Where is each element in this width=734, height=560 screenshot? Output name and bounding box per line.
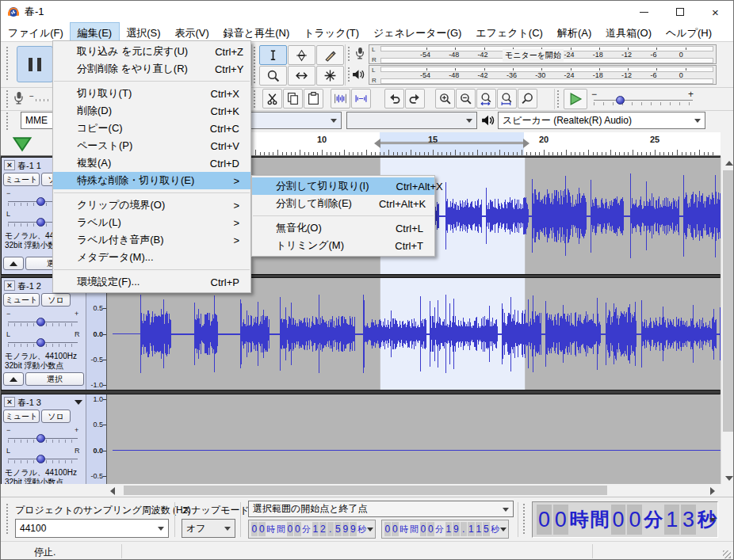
submenu-item-silence-audio[interactable]: 無音化(O)Ctrl+L [252, 219, 434, 237]
silence-audio-button[interactable] [351, 89, 371, 109]
gain-slider-thumb[interactable] [36, 197, 45, 206]
solo-button[interactable]: ソロ [41, 410, 71, 423]
menu-item-paste[interactable]: ペースト(P)Ctrl+V [53, 137, 250, 154]
draw-tool-button[interactable] [316, 45, 344, 65]
collapse-track-button[interactable] [3, 372, 24, 386]
scroll-up-icon[interactable] [725, 161, 733, 166]
menubar-item-edit[interactable]: 編集(E) [71, 23, 119, 41]
project-rate-select[interactable]: 44100 [15, 519, 169, 538]
pan-slider-thumb[interactable] [36, 455, 45, 463]
envelope-tool-button[interactable] [288, 45, 315, 65]
menubar-item-generate[interactable]: ジェネレーター(G) [366, 23, 468, 41]
zoom-out-button[interactable] [456, 89, 476, 109]
submenu-item-split-cut[interactable]: 分割して切り取り(I)Ctrl+Alt+X [252, 177, 434, 195]
timeline-pin-icon[interactable] [12, 135, 32, 153]
trim-audio-button[interactable] [331, 89, 350, 109]
recording-meter[interactable]: LR-54-48-42-36-30-24-18-12-60モニターを開始 [369, 44, 717, 64]
menu-item-remove-special[interactable]: 特殊な削除・切り取り(E)> [53, 172, 250, 189]
scroll-down-icon[interactable] [725, 476, 733, 481]
menu-item-copy[interactable]: コピー(C)Ctrl+C [53, 120, 250, 137]
tools-toolbar-grip[interactable] [254, 47, 255, 83]
snap-mode-select[interactable]: オフ [182, 519, 235, 538]
playback-meter[interactable]: LR-54-48-42-36-30-24-18-12-60 [369, 65, 717, 85]
menu-item-clip-boundaries[interactable]: クリップの境界(O)> [53, 196, 250, 214]
selection-toolbar-grip[interactable] [6, 504, 8, 535]
selection-start-field[interactable]: 00時間00分12.599秒 [248, 520, 376, 539]
menubar-item-view[interactable]: 表示(V) [168, 23, 216, 41]
playback-device-select[interactable]: スピーカー (Realtek(R) Audio) [498, 112, 705, 129]
collapse-track-button[interactable] [3, 257, 24, 270]
playback-meter-grip[interactable] [348, 67, 350, 83]
menu-item-preferences[interactable]: 環境設定(F)...Ctrl+P [53, 273, 250, 291]
menubar-item-transport[interactable]: 録音と再生(N) [216, 23, 296, 41]
quick-play-bar[interactable] [380, 142, 524, 144]
gain-slider-thumb[interactable] [36, 434, 45, 443]
recording-volume-grip[interactable] [6, 90, 8, 108]
maximize-button[interactable] [662, 1, 698, 23]
menu-item-undo[interactable]: 取り込み を元に戻す(U)Ctrl+Z [53, 43, 250, 60]
selection-tool-button[interactable] [259, 45, 287, 65]
menubar-item-effect[interactable]: エフェクト(C) [468, 23, 550, 41]
zoom-selection-button[interactable] [476, 89, 496, 109]
multi-tool-button[interactable] [316, 66, 344, 86]
pan-slider-thumb[interactable] [36, 338, 45, 347]
waveform-area[interactable] [107, 394, 721, 484]
mute-button[interactable]: ミュート [3, 293, 40, 307]
transport-toolbar-grip[interactable] [6, 47, 8, 82]
scroll-right-icon[interactable] [710, 487, 715, 495]
horizontal-scrollbar-thumb[interactable] [124, 486, 607, 495]
menubar-item-tracks[interactable]: トラック(T) [296, 23, 366, 41]
mute-button[interactable]: ミュート [3, 173, 40, 186]
speed-slider-thumb[interactable] [616, 96, 625, 105]
close-button[interactable]: × [698, 1, 733, 23]
close-track-button[interactable]: × [4, 160, 15, 170]
vertical-scale-ruler[interactable]: 1.00.50.0-0.5-1.0 [86, 278, 107, 390]
menu-item-labels[interactable]: ラベル(L)> [53, 214, 250, 231]
copy-button[interactable] [283, 89, 303, 109]
track-menu-arrow-icon[interactable] [75, 400, 82, 405]
resize-grip[interactable] [723, 550, 731, 558]
menubar-item-select[interactable]: 選択(S) [119, 23, 167, 41]
recording-channels-select[interactable] [346, 112, 477, 129]
menubar-item-help[interactable]: ヘルプ(H) [659, 23, 719, 41]
pause-button[interactable] [17, 46, 53, 82]
vertical-scrollbar-thumb[interactable] [723, 170, 734, 432]
time-toolbar-grip[interactable] [523, 504, 525, 535]
timeshift-tool-button[interactable] [288, 66, 315, 86]
minimize-button[interactable] [626, 1, 662, 23]
submenu-item-split-delete[interactable]: 分割して削除(E)Ctrl+Alt+K [252, 195, 434, 212]
zoom-toggle-button[interactable] [518, 89, 537, 109]
waveform-area[interactable] [107, 278, 721, 390]
recording-meter-grip[interactable] [348, 47, 350, 63]
close-track-button[interactable]: × [4, 280, 15, 291]
mute-button[interactable]: ミュート [3, 410, 40, 423]
edit-toolbar-grip[interactable] [254, 90, 255, 108]
vertical-scale-ruler[interactable]: 1.00.50.0-0.5-1.0 [86, 394, 107, 484]
scroll-left-icon[interactable] [110, 487, 115, 495]
recording-volume-slider[interactable]: − [29, 92, 34, 101]
speed-slider[interactable] [594, 100, 693, 101]
zoom-tool-button[interactable] [259, 66, 287, 86]
gain-slider-thumb[interactable] [36, 318, 45, 326]
menubar-item-tools[interactable]: 道具箱(O) [598, 23, 659, 41]
menu-item-cut[interactable]: 切り取り(T)Ctrl+X [53, 85, 250, 102]
undo-button[interactable] [384, 89, 404, 109]
menu-item-delete[interactable]: 削除(D)Ctrl+K [53, 102, 250, 120]
horizontal-scrollbar[interactable] [1, 484, 734, 497]
menubar-item-analyze[interactable]: 解析(A) [550, 23, 598, 41]
cut-button[interactable] [262, 89, 282, 109]
menubar-item-file[interactable]: ファイル(F) [1, 23, 71, 41]
menu-item-labeled-audio[interactable]: ラベル付き音声(B)> [53, 231, 250, 249]
zoom-fit-button[interactable] [497, 89, 517, 109]
vertical-scrollbar[interactable] [721, 156, 734, 484]
close-track-button[interactable]: × [4, 397, 15, 407]
pan-slider-thumb[interactable] [36, 218, 45, 227]
play-at-speed-grip[interactable] [557, 90, 559, 108]
device-toolbar-grip[interactable] [6, 112, 8, 130]
selection-end-field[interactable]: 00時間00分19.115秒 [381, 520, 509, 539]
zoom-in-button[interactable] [435, 89, 455, 109]
submenu-item-trim[interactable]: トリミング(M)Ctrl+T [252, 237, 434, 254]
selection-range-mode-select[interactable]: 選択範囲の開始点と終了点 [248, 501, 514, 517]
menu-item-metadata[interactable]: メタデータ(M)... [53, 249, 250, 266]
select-track-button[interactable]: 選択 [25, 372, 84, 386]
